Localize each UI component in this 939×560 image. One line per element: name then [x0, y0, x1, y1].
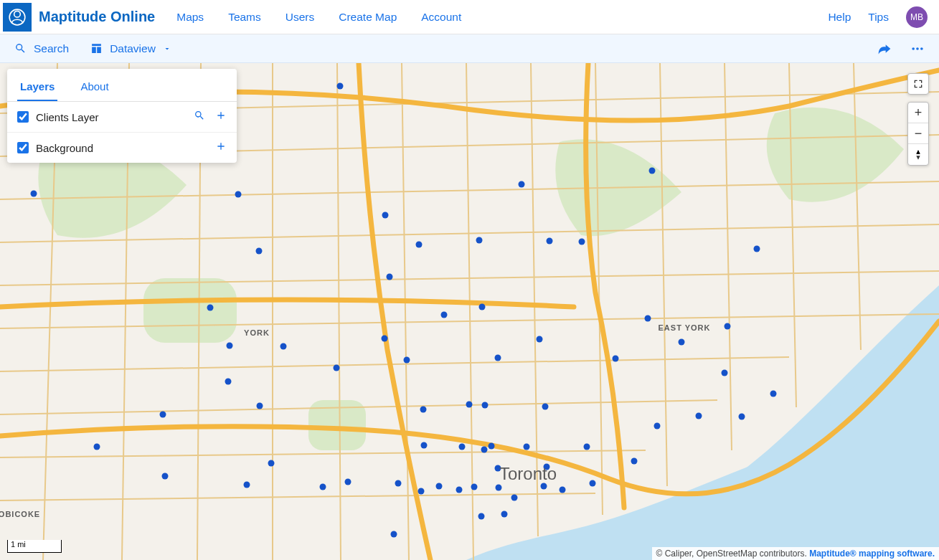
client-point[interactable] — [244, 482, 250, 488]
brand-logo[interactable] — [3, 3, 32, 32]
client-point[interactable] — [753, 246, 760, 252]
client-point[interactable] — [382, 212, 389, 219]
client-point[interactable] — [547, 237, 553, 244]
client-point[interactable] — [280, 343, 287, 350]
fullscreen-button[interactable] — [907, 73, 929, 95]
search-button[interactable]: Search — [14, 42, 69, 55]
table-icon — [90, 42, 103, 54]
client-point[interactable] — [334, 365, 340, 371]
nav-maps[interactable]: Maps — [176, 11, 204, 24]
client-point[interactable] — [337, 83, 344, 90]
client-point[interactable] — [382, 336, 388, 342]
client-point[interactable] — [770, 391, 777, 397]
client-point[interactable] — [560, 487, 566, 493]
client-point[interactable] — [257, 403, 263, 409]
user-avatar[interactable]: MB — [906, 6, 928, 28]
client-point[interactable] — [416, 242, 423, 248]
tab-layers[interactable]: Layers — [17, 73, 57, 101]
client-point[interactable] — [459, 444, 466, 450]
nav-users[interactable]: Users — [286, 11, 314, 24]
more-icon[interactable] — [910, 42, 925, 56]
client-point[interactable] — [696, 413, 702, 419]
client-point[interactable] — [519, 181, 525, 188]
share-icon[interactable] — [877, 42, 892, 56]
client-point[interactable] — [679, 339, 685, 346]
client-point[interactable] — [476, 237, 483, 244]
dataview-button[interactable]: Dataview — [90, 42, 171, 55]
client-point[interactable] — [456, 487, 463, 493]
layer-find-button[interactable] — [184, 110, 205, 124]
client-point[interactable] — [725, 323, 731, 330]
client-point[interactable] — [418, 488, 425, 495]
svg-point-3 — [920, 47, 923, 50]
tab-about[interactable]: About — [77, 73, 111, 101]
client-point[interactable] — [542, 403, 549, 409]
layer-visibility-checkbox[interactable] — [17, 111, 29, 123]
client-point[interactable] — [495, 355, 501, 361]
client-point[interactable] — [524, 444, 530, 450]
client-point[interactable] — [537, 336, 543, 343]
layer-row: Clients Layer — [7, 102, 237, 133]
client-point[interactable] — [320, 484, 326, 490]
client-point[interactable] — [471, 484, 478, 490]
client-point[interactable] — [495, 465, 501, 472]
zoom-out-button[interactable]: − — [908, 123, 928, 144]
client-point[interactable] — [544, 464, 550, 470]
client-point[interactable] — [31, 191, 37, 197]
nav-account[interactable]: Account — [421, 11, 461, 24]
client-point[interactable] — [404, 357, 410, 364]
client-point[interactable] — [590, 480, 596, 487]
nav-help[interactable]: Help — [828, 11, 851, 24]
client-point[interactable] — [541, 483, 547, 490]
client-point[interactable] — [235, 191, 242, 198]
toolbar-right — [877, 42, 925, 56]
scale-bar: 1 mi — [7, 540, 62, 553]
client-point[interactable] — [387, 274, 393, 280]
client-point[interactable] — [256, 248, 263, 255]
client-point[interactable] — [654, 423, 661, 430]
client-point[interactable] — [345, 479, 351, 485]
client-point[interactable] — [94, 444, 100, 450]
top-nav: Maptitude Online Maps Teams Users Create… — [0, 0, 939, 34]
client-point[interactable] — [579, 239, 585, 245]
brand-name[interactable]: Maptitude Online — [39, 9, 155, 25]
client-point[interactable] — [436, 483, 443, 490]
client-point[interactable] — [207, 305, 214, 311]
client-point[interactable] — [584, 444, 590, 450]
client-point[interactable] — [160, 412, 166, 418]
compass-button[interactable] — [908, 144, 928, 165]
globe-profile-icon — [8, 8, 27, 27]
client-point[interactable] — [649, 168, 656, 174]
nav-create[interactable]: Create Map — [339, 11, 397, 24]
client-point[interactable] — [613, 356, 619, 362]
client-point[interactable] — [496, 484, 502, 490]
client-point[interactable] — [489, 443, 495, 450]
zoom-in-button[interactable]: + — [908, 103, 928, 123]
client-point[interactable] — [225, 379, 232, 385]
client-point[interactable] — [478, 513, 485, 520]
client-point[interactable] — [390, 531, 397, 538]
attribution-link[interactable]: Maptitude® mapping software. — [809, 549, 935, 559]
client-point[interactable] — [466, 402, 473, 408]
client-point[interactable] — [441, 312, 448, 318]
client-point[interactable] — [722, 370, 728, 376]
client-point[interactable] — [645, 315, 651, 322]
client-point[interactable] — [227, 343, 233, 349]
client-point[interactable] — [479, 304, 486, 310]
client-point[interactable] — [501, 511, 508, 518]
client-point[interactable] — [482, 402, 489, 409]
nav-teams[interactable]: Teams — [228, 11, 261, 24]
client-point[interactable] — [421, 442, 428, 449]
client-point[interactable] — [420, 407, 427, 413]
client-point[interactable] — [511, 495, 518, 501]
layer-add-button[interactable] — [205, 110, 227, 124]
nav-tips[interactable]: Tips — [868, 11, 889, 24]
client-point[interactable] — [631, 458, 638, 465]
client-point[interactable] — [162, 473, 169, 480]
client-point[interactable] — [268, 460, 275, 467]
client-point[interactable] — [481, 447, 488, 453]
client-point[interactable] — [739, 414, 745, 420]
layer-add-button[interactable] — [205, 141, 227, 155]
client-point[interactable] — [395, 480, 402, 487]
layer-visibility-checkbox[interactable] — [17, 142, 29, 153]
